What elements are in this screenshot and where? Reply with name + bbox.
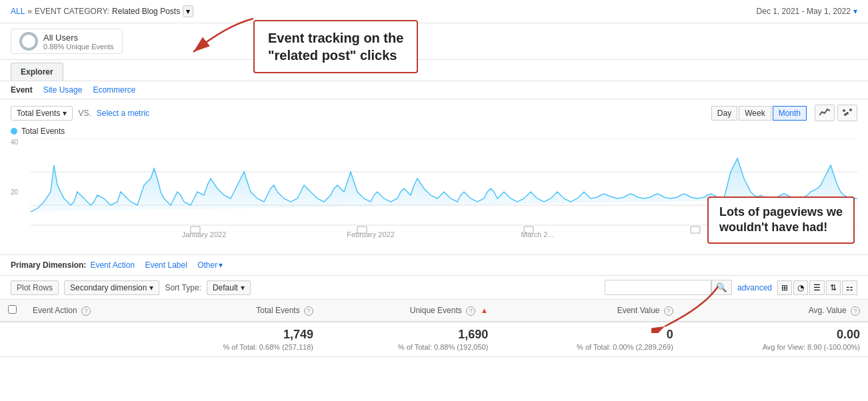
primary-dimension-bar: Primary Dimension: Event Action Event La… (0, 254, 868, 275)
week-btn[interactable]: Week (739, 106, 771, 121)
metric-1-dropdown[interactable]: Total Events ▾ (11, 106, 73, 121)
svg-text:January 2022: January 2022 (182, 230, 227, 238)
svg-point-3 (849, 109, 852, 111)
segment-icon (19, 32, 38, 51)
header-total-events: Total Events ? (147, 300, 321, 322)
svg-rect-16 (691, 226, 700, 233)
avg-value-sub: Avg for View: 8.90 (-100.00%) (689, 343, 860, 351)
svg-text:February 2022: February 2022 (347, 230, 395, 238)
other-label: Other (197, 260, 217, 270)
y-label-40: 40 (11, 139, 27, 146)
top-bar: ALL » EVENT CATEGORY: Related Blog Posts… (0, 0, 868, 23)
annotation-box-1: Event tracking on the"related post" clic… (253, 20, 418, 73)
header-event-action: Event Action ? (25, 300, 147, 322)
table-totals-row: 1,749 % of Total: 0.68% (257,118) 1,690 … (0, 322, 868, 357)
select-metric-link[interactable]: Select a metric (97, 109, 149, 118)
event-action-link[interactable]: Event Action (90, 260, 135, 270)
breadcrumb-all[interactable]: ALL (11, 7, 25, 16)
unique-events-sort-arrow: ▲ (480, 306, 488, 315)
legend-label: Total Events (21, 127, 65, 136)
table-controls: Plot Rows Secondary dimension ▾ Sort Typ… (0, 275, 868, 299)
total-events-sub: % of Total: 0.68% (257,118) (155, 343, 313, 351)
total-events-help[interactable]: ? (304, 306, 313, 316)
event-value-sub: % of Total: 0.00% (2,289,269) (504, 343, 673, 351)
secondary-dim-arrow: ▾ (149, 283, 153, 292)
chart-type-btns (815, 105, 857, 121)
view-icons: ⊞ ◔ ☰ ⇅ ⚏ (777, 280, 857, 295)
breadcrumb-category-label: EVENT CATEGORY: (35, 7, 109, 16)
metric-1-label: Total Events (17, 109, 60, 118)
primary-dim-separator2 (191, 260, 193, 270)
day-btn[interactable]: Day (711, 106, 737, 121)
totals-event-action-cell (25, 322, 147, 357)
totals-checkbox-cell (0, 322, 25, 357)
segment-name: All Users (43, 33, 114, 43)
avg-value-help[interactable]: ? (851, 306, 860, 316)
unique-events-value: 1,690 (329, 328, 488, 342)
event-label-link[interactable]: Event Label (145, 260, 187, 270)
header-checkbox (0, 300, 25, 322)
unique-events-sub: % of Total: 0.88% (192,050) (329, 343, 488, 351)
annotation-2-text: Lots of pageviews wewouldn't have had! (719, 205, 843, 234)
legend-dot (11, 128, 17, 135)
breadcrumb-category-value: Related Blog Posts (112, 7, 180, 16)
segment-pct: 0.88% Unique Events (43, 43, 114, 51)
other-arrow: ▾ (219, 260, 223, 270)
annotation-1-text: Event tracking on the"related post" clic… (268, 31, 403, 63)
other-dropdown[interactable]: Other ▾ (197, 260, 223, 270)
sort-value: Default (213, 283, 238, 292)
month-btn[interactable]: Month (773, 106, 807, 121)
view-controls: Day Week Month (711, 105, 857, 121)
segment-info: All Users 0.88% Unique Events (43, 33, 114, 51)
sort-arrow: ▾ (241, 283, 245, 292)
sub-nav-site-usage[interactable]: Site Usage (43, 85, 83, 95)
table-controls-left: Plot Rows Secondary dimension ▾ Sort Typ… (11, 280, 251, 295)
annotation-box-2: Lots of pageviews wewouldn't have had! (707, 197, 855, 244)
date-range-value: Dec 1, 2021 - May 1, 2022 (757, 7, 851, 16)
svg-point-4 (844, 113, 847, 116)
sub-nav-event[interactable]: Event (11, 85, 33, 95)
svg-text:March 2...: March 2... (521, 230, 554, 238)
compare-view-btn[interactable]: ⚏ (842, 280, 857, 295)
y-label-20: 20 (11, 189, 27, 196)
data-table: Event Action ? Total Events ? Unique Eve… (0, 299, 868, 357)
annotation-arrow-1 (173, 12, 260, 59)
metric-1-arrow: ▾ (63, 109, 67, 118)
date-range: Dec 1, 2021 - May 1, 2022 ▾ (757, 7, 857, 16)
unique-events-help[interactable]: ? (466, 306, 475, 316)
pie-view-btn[interactable]: ◔ (793, 280, 808, 295)
svg-point-1 (843, 109, 845, 112)
grid-view-btn[interactable]: ⊞ (777, 280, 792, 295)
totals-total-events-cell: 1,749 % of Total: 0.68% (257,118) (147, 322, 321, 357)
breadcrumb-arrow: » (27, 7, 32, 16)
advanced-link[interactable]: advanced (737, 283, 772, 292)
sort-dropdown[interactable]: Default ▾ (207, 280, 251, 295)
metric-selectors: Total Events ▾ VS. Select a metric (11, 106, 149, 121)
scatter-chart-btn[interactable] (837, 105, 857, 121)
header-unique-events: Unique Events ? ▲ (321, 300, 496, 322)
explorer-tabs: Explorer (0, 60, 868, 81)
explorer-tab[interactable]: Explorer (11, 63, 63, 81)
annotation-arrow-2 (651, 280, 731, 333)
pivot-view-btn[interactable]: ⇅ (826, 280, 841, 295)
segment-chip[interactable]: All Users 0.88% Unique Events (11, 29, 123, 54)
secondary-dim-label: Secondary dimension (70, 283, 147, 292)
plot-rows-btn[interactable]: Plot Rows (11, 280, 59, 295)
chart-legend: Total Events (0, 127, 868, 136)
vs-label: VS. (78, 109, 91, 118)
line-chart-btn[interactable] (815, 105, 835, 121)
y-axis: 40 20 (11, 139, 27, 238)
date-range-dropdown[interactable]: ▾ (853, 7, 857, 16)
table-header-row: Event Action ? Total Events ? Unique Eve… (0, 300, 868, 322)
select-all-checkbox[interactable] (8, 305, 17, 314)
list-view-btn[interactable]: ☰ (809, 280, 825, 295)
primary-dim-separator (139, 260, 141, 270)
secondary-dim-btn[interactable]: Secondary dimension ▾ (64, 280, 159, 295)
total-events-value: 1,749 (155, 328, 313, 342)
sub-nav-ecommerce[interactable]: Ecommerce (93, 85, 135, 95)
totals-unique-events-cell: 1,690 % of Total: 0.88% (192,050) (321, 322, 496, 357)
sort-label: Sort Type: (165, 283, 201, 292)
event-action-help[interactable]: ? (81, 306, 91, 316)
breadcrumb: ALL » EVENT CATEGORY: Related Blog Posts… (11, 5, 193, 17)
primary-dim-label: Primary Dimension: (11, 260, 86, 270)
